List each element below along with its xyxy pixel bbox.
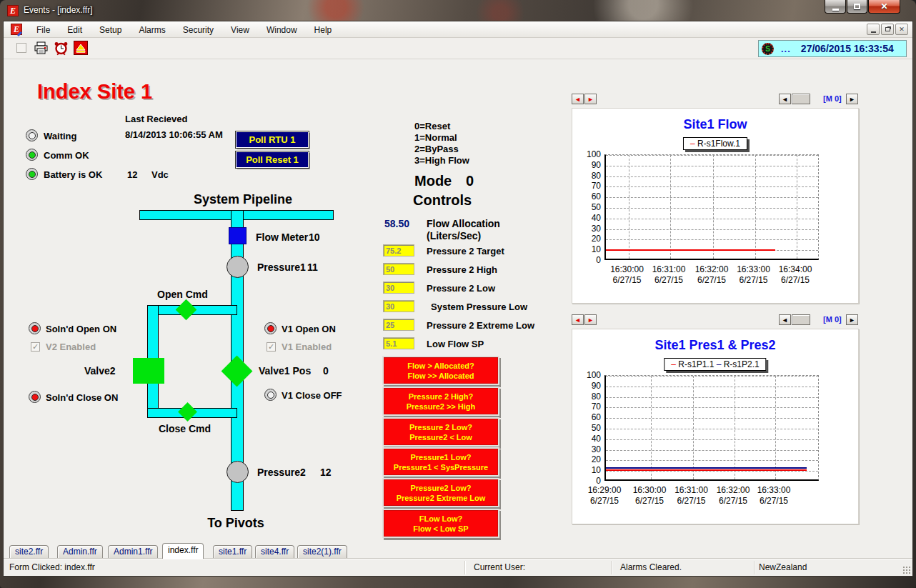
chart-legend: – R-s1Flow.1	[683, 137, 747, 150]
sp-pressure2-low-label: Pressure 2 Low	[427, 283, 495, 294]
valve2-label: Valve2	[84, 365, 116, 377]
poll-reset-label: Poll Reset 1	[246, 154, 299, 165]
scrollbar-thumb[interactable]	[792, 314, 810, 325]
v1-close-indicator	[264, 389, 277, 401]
y-axis-tick: 0	[577, 476, 601, 486]
close-cmd-valve-symbol[interactable]	[178, 402, 197, 422]
valve2-symbol[interactable]	[133, 358, 164, 384]
mode-legend-2: 2=ByPass	[414, 144, 459, 154]
chart-plot-area	[604, 375, 819, 481]
pan-right-button[interactable]: ►	[846, 314, 858, 325]
x-axis-tick: 16:33:006/27/15	[747, 485, 801, 507]
v2-enabled-checkbox[interactable]: ✓	[31, 342, 40, 352]
alarm-line1: Pressure1 Low?	[384, 452, 497, 462]
close-icon: ✕	[880, 1, 887, 11]
toolbar-placeholder-box	[16, 43, 26, 53]
menu-file[interactable]: File	[28, 25, 59, 35]
alarm-pressure2-high-button[interactable]: Pressure 2 High?Pressure2 >> High	[384, 388, 498, 414]
menu-setup[interactable]: Setup	[91, 25, 130, 35]
mode-legend-0: 0=Reset	[414, 121, 450, 131]
alarm-pressure1-low-button[interactable]: Pressure1 Low?Pressure1 < SysPressure	[384, 449, 498, 475]
tab-site4[interactable]: site4.ffr	[255, 545, 294, 558]
poll-rtu-button[interactable]: Poll RTU 1	[236, 131, 309, 148]
tab-index[interactable]: index.ffr	[162, 543, 204, 559]
alarm-line2: Pressure2 < Low	[384, 432, 497, 442]
child-close-button[interactable]: ✕	[895, 24, 908, 35]
alarm-pressure2-low-button[interactable]: Pressure 2 Low?Pressure2 < Low	[384, 419, 498, 445]
tab-site1[interactable]: site1.ffr	[213, 545, 252, 558]
scroll-left-button[interactable]: ◄	[572, 94, 584, 104]
menu-view[interactable]: View	[222, 25, 258, 35]
window-title: Events - [index.ffr]	[24, 5, 93, 15]
v1-close-label: V1 Close OFF	[282, 390, 342, 401]
series-line-R-s1P1.1	[606, 469, 807, 471]
battery-voltage-value: 12	[127, 169, 137, 180]
pan-left-button[interactable]: ◄	[779, 314, 791, 325]
sp-pressure2-extreme-low-input[interactable]: 25	[383, 319, 414, 331]
child-minimize-icon	[871, 31, 876, 33]
pressure1-value: 11	[307, 261, 318, 273]
menu-window[interactable]: Window	[258, 25, 306, 35]
maximize-button[interactable]	[847, 0, 867, 14]
application-window: E Events - [index.ffr] ✕ E File Edit Set…	[0, 0, 916, 588]
scrollbar-thumb[interactable]	[792, 94, 810, 104]
monitor-label: [M 0]	[823, 94, 842, 103]
alarm-clock-icon[interactable]	[54, 41, 69, 56]
sp-pressure2-high-input[interactable]: 50	[383, 263, 414, 275]
v2-enabled-label: V2 Enabled	[46, 342, 96, 352]
solnd-open-label: Soln'd Open ON	[46, 324, 116, 334]
alarm-line1: Pressure 2 Low?	[384, 422, 497, 432]
sp-pressure2-low-input[interactable]: 30	[383, 281, 414, 294]
alarm-ack-icon[interactable]	[74, 41, 89, 56]
flow-meter-symbol[interactable]	[229, 227, 247, 244]
sp-pressure2-target-input[interactable]: 75.2	[383, 244, 414, 256]
y-axis-tick: 70	[577, 181, 601, 191]
pan-left-button[interactable]: ◄	[779, 94, 791, 104]
menu-alarms[interactable]: Alarms	[130, 25, 174, 35]
alarm-flow-low-button[interactable]: FLow Low?Flow < Low SP	[384, 510, 498, 537]
pressure2-symbol[interactable]	[226, 461, 249, 483]
status-current-user: Current User:	[474, 562, 525, 572]
status-alarms: Alarms Cleared.	[620, 562, 682, 572]
v1-open-indicator	[264, 322, 277, 334]
alarm-flow-allocated-button[interactable]: Flow > Allocated?Flow >> Allocated	[384, 357, 498, 384]
minimize-button[interactable]	[825, 0, 846, 14]
alarm-pressure2-extreme-low-button[interactable]: Pressure2 Low?Pressure2 Extreme Low	[384, 479, 498, 506]
v1-enabled-checkbox[interactable]: ✓	[267, 342, 276, 352]
valve1-pos-label: Valve1 Pos	[259, 365, 311, 377]
minimize-icon	[832, 9, 839, 11]
sp-system-pressure-low-input[interactable]: 30	[383, 300, 414, 312]
document-icon: E	[11, 24, 22, 35]
mode-label: Mode	[414, 173, 452, 189]
menu-edit[interactable]: Edit	[59, 25, 91, 35]
pan-right-button[interactable]: ►	[846, 94, 858, 104]
child-restore-button[interactable]	[881, 24, 894, 35]
menu-help[interactable]: Help	[306, 25, 341, 35]
sp-low-flow-input[interactable]: 5.1	[383, 337, 414, 349]
scroll-right-button[interactable]: ►	[584, 94, 597, 104]
y-axis-tick: 90	[577, 381, 601, 391]
alarm-line1: FLow Low?	[384, 514, 497, 524]
open-cmd-label: Open Cmd	[157, 289, 208, 300]
tab-site2-1[interactable]: site2(1).ffr	[297, 545, 347, 558]
menu-security[interactable]: Security	[174, 25, 222, 35]
status-form-clicked: Form Clicked: index.ffr	[9, 562, 95, 572]
printer-icon[interactable]	[34, 41, 49, 56]
tab-site2[interactable]: site2.ffr	[9, 545, 49, 558]
title-bar[interactable]: E Events - [index.ffr] ✕	[0, 0, 916, 21]
x-axis-tick: 16:34:006/27/15	[768, 264, 822, 286]
poll-reset-button[interactable]: Poll Reset 1	[236, 151, 309, 168]
pressure1-symbol[interactable]	[226, 256, 249, 278]
toolbar: S ... 27/06/2015 16:33:54	[4, 38, 912, 59]
open-cmd-valve-symbol[interactable]	[176, 299, 197, 321]
scroll-right-button[interactable]: ►	[584, 314, 597, 325]
resize-grip[interactable]	[902, 566, 911, 574]
scroll-left-button[interactable]: ◄	[572, 314, 584, 325]
tab-admin[interactable]: Admin.ffr	[57, 545, 103, 558]
child-minimize-button[interactable]	[867, 24, 880, 35]
tab-admin1[interactable]: Admin1.ffr	[108, 545, 158, 558]
close-button[interactable]: ✕	[868, 0, 900, 14]
comm-ok-label: Comm OK	[44, 150, 89, 161]
trend-chart-pressures: ◄ ► ◄ [M 0] ► Site1 Pres1 & Pres2 – R-s1…	[572, 314, 859, 329]
valve1-symbol[interactable]	[221, 356, 253, 387]
